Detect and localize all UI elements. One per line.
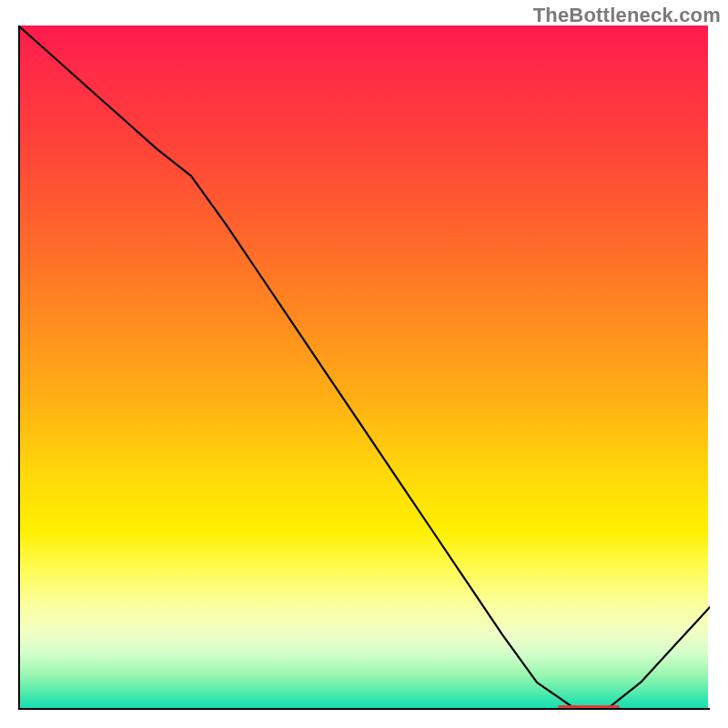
minimum-plateau-marker (558, 705, 620, 709)
watermark-text: TheBottleneck.com (533, 4, 721, 27)
chart-area (18, 25, 710, 710)
chart-line (18, 25, 710, 710)
